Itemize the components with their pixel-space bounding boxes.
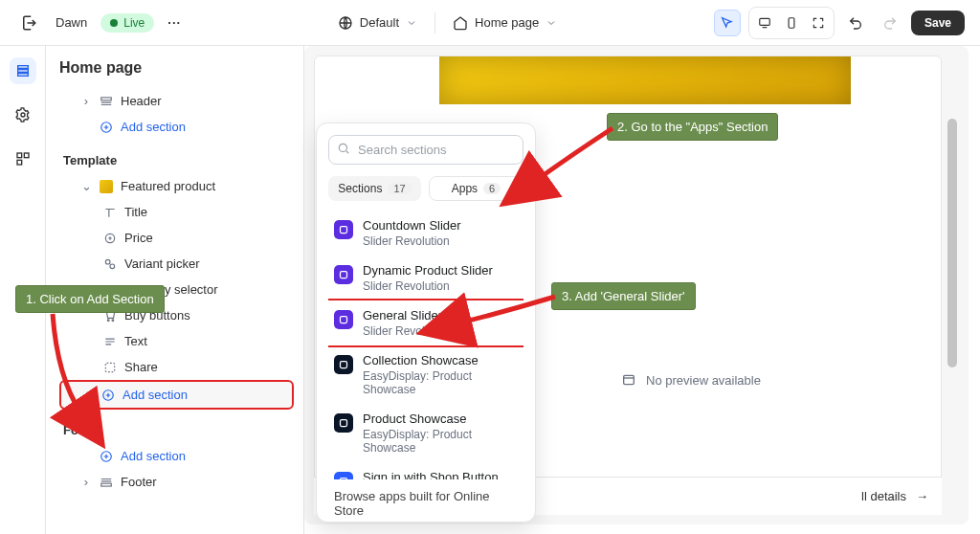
svg-rect-25 <box>341 272 347 278</box>
sidebar-item-footer[interactable]: › Footer <box>59 469 294 495</box>
page-title: Home page <box>59 59 294 77</box>
search-sections-input[interactable] <box>328 135 523 165</box>
app-vendor: Slider Revolution <box>363 234 461 248</box>
popover-list: Countdown SliderSlider RevolutionDynamic… <box>328 211 523 479</box>
footer-icon <box>100 476 113 489</box>
annotation-step1: 1. Click on Add Section <box>15 285 165 313</box>
header-icon <box>100 95 113 108</box>
block-variant-picker[interactable]: Variant picker <box>59 251 294 277</box>
tab-sections[interactable]: Sections 17 <box>328 176 421 201</box>
page-dropdown[interactable]: Home page <box>453 15 557 31</box>
exit-icon[interactable] <box>15 10 42 36</box>
app-vendor: EasyDisplay: Product Showcase <box>363 369 518 396</box>
svg-rect-4 <box>17 70 28 73</box>
app-name: Dynamic Product Slider <box>363 263 493 278</box>
svg-point-14 <box>110 264 115 269</box>
save-button[interactable]: Save <box>911 11 965 35</box>
chevron-down-icon: ⌄ <box>80 179 92 193</box>
sections-popover: Sections 17 Apps 6 Countdown SliderSlide… <box>316 122 536 523</box>
app-vendor: EasyDisplay: Product Showcase <box>363 428 518 455</box>
chevron-down-icon <box>406 17 417 29</box>
svg-rect-26 <box>341 317 347 323</box>
annotation-step3: 3. Add 'General Slider' <box>551 282 696 310</box>
redo-icon[interactable] <box>877 10 903 36</box>
device-toggle-group <box>748 7 835 39</box>
svg-point-23 <box>339 144 346 151</box>
search-icon <box>337 142 350 158</box>
app-icon <box>334 413 353 433</box>
app-item[interactable]: Dynamic Product SliderSlider Revolution <box>328 256 523 300</box>
block-title[interactable]: Title <box>59 199 294 225</box>
svg-rect-18 <box>105 363 114 371</box>
app-item[interactable]: Product ShowcaseEasyDisplay: Product Sho… <box>328 404 523 462</box>
text-icon <box>103 335 117 348</box>
rail-settings-icon[interactable] <box>10 101 36 128</box>
browse-apps-link[interactable]: Browse apps built for Online Store <box>328 479 523 522</box>
app-name: Sign in with Shop Button <box>363 470 499 479</box>
app-vendor: Slider Revolution <box>363 279 493 293</box>
footer-section-label: Footer <box>63 423 294 437</box>
undo-icon[interactable] <box>842 10 869 36</box>
svg-rect-9 <box>17 160 22 165</box>
svg-point-16 <box>107 319 109 321</box>
preview-scrollbar[interactable] <box>947 61 957 509</box>
block-price[interactable]: Price <box>59 225 294 251</box>
globe-icon <box>338 15 353 31</box>
app-item[interactable]: Sign in with Shop ButtonShop <box>328 462 523 479</box>
app-item[interactable]: General SliderSlider Revolution <box>328 300 523 345</box>
chevron-right-icon: › <box>80 475 92 489</box>
inspector-icon[interactable] <box>714 10 741 36</box>
topbar: Dawn Live ··· Default Home page Save <box>0 0 980 46</box>
arrow-right-icon: → <box>916 489 928 503</box>
app-icon <box>334 310 353 329</box>
app-item[interactable]: Collection ShowcaseEasyDisplay: Product … <box>328 345 523 404</box>
title-icon <box>103 206 117 219</box>
plus-circle-icon <box>100 450 113 463</box>
block-share[interactable]: Share <box>59 354 294 380</box>
more-actions-icon[interactable]: ··· <box>167 15 181 30</box>
app-item[interactable]: Countdown SliderSlider Revolution <box>328 211 523 256</box>
app-name: Collection Showcase <box>363 353 518 367</box>
annotation-step2: 2. Go to the "Apps" Section <box>607 113 778 141</box>
app-icon <box>334 355 353 374</box>
rail-apps-icon[interactable] <box>10 145 36 172</box>
svg-rect-21 <box>101 483 112 486</box>
app-name: General Slider <box>363 308 450 323</box>
svg-rect-5 <box>17 74 28 77</box>
svg-rect-8 <box>24 153 29 158</box>
no-preview-label: No preview available <box>621 372 761 388</box>
add-section-header[interactable]: Add section <box>59 114 294 140</box>
desktop-icon[interactable] <box>751 10 778 36</box>
app-name: Product Showcase <box>363 412 518 426</box>
svg-rect-22 <box>624 375 635 384</box>
app-icon <box>334 265 353 284</box>
add-section-footer[interactable]: Add section <box>59 443 294 469</box>
preview-image <box>439 56 851 104</box>
svg-point-17 <box>112 319 114 321</box>
mobile-icon[interactable] <box>778 10 805 36</box>
style-dropdown[interactable]: Default <box>338 15 417 31</box>
sidebar-item-header[interactable]: › Header <box>59 88 294 114</box>
plus-circle-icon <box>100 121 113 134</box>
variant-icon <box>103 257 117 271</box>
svg-point-6 <box>21 113 25 117</box>
no-preview-icon <box>621 372 636 388</box>
home-icon <box>453 15 468 31</box>
app-icon <box>334 472 353 479</box>
svg-rect-27 <box>341 362 347 368</box>
app-name: Countdown Slider <box>363 218 461 233</box>
app-icon <box>334 220 353 239</box>
featured-product-thumb <box>100 180 113 193</box>
template-section-label: Template <box>63 153 294 167</box>
svg-rect-1 <box>760 18 770 25</box>
chevron-right-icon: › <box>80 94 92 108</box>
add-section-template[interactable]: Add section <box>59 380 294 410</box>
tab-apps[interactable]: Apps 6 <box>429 176 523 201</box>
rail-sections-icon[interactable] <box>10 57 36 84</box>
chevron-down-icon <box>546 17 557 29</box>
app-vendor: Slider Revolution <box>363 324 450 338</box>
sidebar-item-featured-product[interactable]: ⌄ Featured product <box>59 173 294 199</box>
block-text[interactable]: Text <box>59 328 294 354</box>
svg-rect-7 <box>17 153 22 158</box>
fullscreen-icon[interactable] <box>805 10 832 36</box>
